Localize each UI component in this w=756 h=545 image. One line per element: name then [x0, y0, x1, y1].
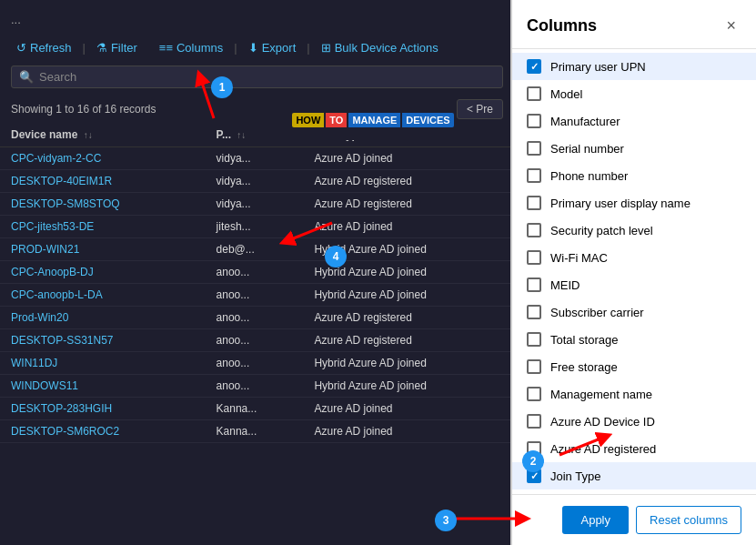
- cell-join-type: Azure AD registered: [303, 307, 514, 329]
- column-item[interactable]: Total storage: [512, 326, 756, 353]
- column-item[interactable]: Subscriber carrier: [512, 298, 756, 326]
- columns-icon: ≡≡: [159, 41, 173, 55]
- cell-user: jitesh...: [206, 216, 304, 238]
- column-label: Azure AD registered: [550, 442, 656, 456]
- column-item[interactable]: Join Type: [512, 462, 756, 489]
- column-checkbox: [527, 168, 541, 183]
- column-checkbox: [527, 305, 541, 319]
- cell-device-name[interactable]: DESKTOP-SM8STOQ: [0, 193, 206, 216]
- search-input[interactable]: [39, 70, 495, 84]
- cell-device-name[interactable]: Prod-Win20: [0, 307, 206, 329]
- column-item[interactable]: Model: [512, 80, 756, 107]
- column-checkbox: [527, 387, 541, 401]
- column-item[interactable]: Manufacturer: [512, 107, 756, 135]
- cell-device-name[interactable]: CPC-jitesh53-DE: [0, 216, 206, 238]
- table-container[interactable]: Device name ↑↓ P... ↑↓ Join Type CPC-vid…: [0, 123, 514, 545]
- search-icon: 🔍: [19, 70, 34, 84]
- refresh-button[interactable]: ↺ Refresh: [11, 37, 77, 58]
- cell-device-name[interactable]: CPC-AnoopB-DJ: [0, 261, 206, 284]
- cell-user: anoo...: [206, 307, 304, 329]
- column-item[interactable]: Phone number: [512, 162, 756, 189]
- prev-button[interactable]: < Pre: [457, 99, 503, 119]
- column-checkbox: [527, 223, 541, 237]
- column-item[interactable]: Free storage: [512, 353, 756, 380]
- cell-join-type: Azure AD registered: [303, 170, 514, 193]
- cell-user: vidya...: [206, 147, 304, 170]
- cell-device-name[interactable]: PROD-WIN21: [0, 238, 206, 261]
- table-row[interactable]: PROD-WIN21 deb@... Hybrid Azure AD joine…: [0, 238, 514, 261]
- table-row[interactable]: WINDOWS11 anoo... Hybrid Azure AD joined: [0, 375, 514, 398]
- cell-join-type: Hybrid Azure AD joined: [303, 352, 514, 375]
- column-checkbox: [527, 359, 541, 374]
- column-item[interactable]: Azure AD Device ID: [512, 408, 756, 435]
- sep3: |: [232, 41, 238, 55]
- table-row[interactable]: CPC-vidyam-2-CC vidya... Azure AD joined: [0, 147, 514, 170]
- column-checkbox: [527, 59, 541, 74]
- logo-to: TO: [326, 113, 347, 127]
- cell-device-name[interactable]: CPC-anoopb-L-DA: [0, 284, 206, 307]
- cell-join-type: Azure AD registered: [303, 193, 514, 216]
- table-row[interactable]: CPC-anoopb-L-DA anoo... Hybrid Azure AD …: [0, 284, 514, 307]
- column-checkbox: [527, 441, 541, 456]
- export-button[interactable]: ⬇ Export: [243, 37, 302, 58]
- apply-button[interactable]: Apply: [562, 506, 629, 534]
- table-row[interactable]: Prod-Win20 anoo... Azure AD registered: [0, 307, 514, 329]
- column-label: Phone number: [550, 169, 628, 183]
- cell-device-name[interactable]: DESKTOP-283HGIH: [0, 398, 206, 420]
- bulk-actions-button[interactable]: ⊞ Bulk Device Actions: [316, 37, 444, 58]
- column-checkbox: [527, 469, 541, 483]
- column-label: Serial number: [550, 142, 624, 156]
- column-label: Join Type: [550, 469, 600, 483]
- close-panel-button[interactable]: ×: [721, 15, 741, 37]
- cell-user: anoo...: [206, 261, 304, 284]
- filter-button[interactable]: ⚗ Filter: [91, 37, 143, 58]
- column-item[interactable]: Management name: [512, 380, 756, 408]
- table-row[interactable]: DESKTOP-283HGIH Kanna... Azure AD joined: [0, 398, 514, 420]
- cell-join-type: Azure AD joined: [303, 420, 514, 443]
- column-checkbox: [527, 250, 541, 265]
- cell-user: anoo...: [206, 329, 304, 352]
- cell-device-name[interactable]: DESKTOP-40EIM1R: [0, 170, 206, 193]
- logo-area: HOW TO MANAGE DEVICES: [300, 100, 446, 140]
- cell-device-name[interactable]: DESKTOP-SS31N57: [0, 329, 206, 352]
- column-checkbox: [527, 278, 541, 292]
- col-user[interactable]: P... ↑↓: [206, 123, 304, 147]
- columns-list[interactable]: Primary user UPN Model Manufacturer Seri…: [512, 49, 756, 494]
- column-label: Security patch level: [550, 224, 653, 237]
- column-label: Model: [550, 87, 582, 101]
- table-row[interactable]: DESKTOP-SS31N57 anoo... Azure AD registe…: [0, 329, 514, 352]
- logo-devices: DEVICES: [402, 113, 453, 127]
- cell-join-type: Hybrid Azure AD joined: [303, 261, 514, 284]
- column-label: Free storage: [550, 360, 618, 374]
- column-item[interactable]: Security patch level: [512, 217, 756, 244]
- column-item[interactable]: Serial number: [512, 135, 756, 162]
- column-item[interactable]: Wi-Fi MAC: [512, 244, 756, 271]
- cell-device-name[interactable]: CPC-vidyam-2-CC: [0, 147, 206, 170]
- cell-device-name[interactable]: WIN11DJ: [0, 352, 206, 375]
- table-row[interactable]: DESKTOP-SM6ROC2 Kanna... Azure AD joined: [0, 420, 514, 443]
- col-device-name[interactable]: Device name ↑↓: [0, 123, 206, 147]
- column-item[interactable]: Azure AD registered: [512, 435, 756, 462]
- table-row[interactable]: DESKTOP-40EIM1R vidya... Azure AD regist…: [0, 170, 514, 193]
- columns-panel: Columns × Primary user UPN Model Manufac…: [510, 0, 756, 545]
- columns-button[interactable]: ≡≡ Columns: [154, 37, 228, 58]
- column-item[interactable]: MEID: [512, 271, 756, 298]
- cell-device-name[interactable]: WINDOWS11: [0, 375, 206, 398]
- cell-user: anoo...: [206, 375, 304, 398]
- cell-device-name[interactable]: DESKTOP-SM6ROC2: [0, 420, 206, 443]
- column-label: Primary user UPN: [550, 60, 646, 74]
- column-item[interactable]: Primary user UPN: [512, 53, 756, 80]
- devices-table: Device name ↑↓ P... ↑↓ Join Type CPC-vid…: [0, 123, 514, 443]
- column-checkbox: [527, 196, 541, 210]
- sep1: |: [81, 41, 87, 55]
- column-label: Management name: [550, 388, 652, 401]
- reset-columns-button[interactable]: Reset columns: [636, 506, 741, 534]
- table-row[interactable]: CPC-jitesh53-DE jitesh... Azure AD joine…: [0, 216, 514, 238]
- breadcrumb: ...: [11, 9, 503, 34]
- table-row[interactable]: DESKTOP-SM8STOQ vidya... Azure AD regist…: [0, 193, 514, 216]
- search-box[interactable]: 🔍: [11, 66, 503, 88]
- cell-user: Kanna...: [206, 398, 304, 420]
- table-row[interactable]: CPC-AnoopB-DJ anoo... Hybrid Azure AD jo…: [0, 261, 514, 284]
- column-item[interactable]: Primary user display name: [512, 189, 756, 217]
- table-row[interactable]: WIN11DJ anoo... Hybrid Azure AD joined: [0, 352, 514, 375]
